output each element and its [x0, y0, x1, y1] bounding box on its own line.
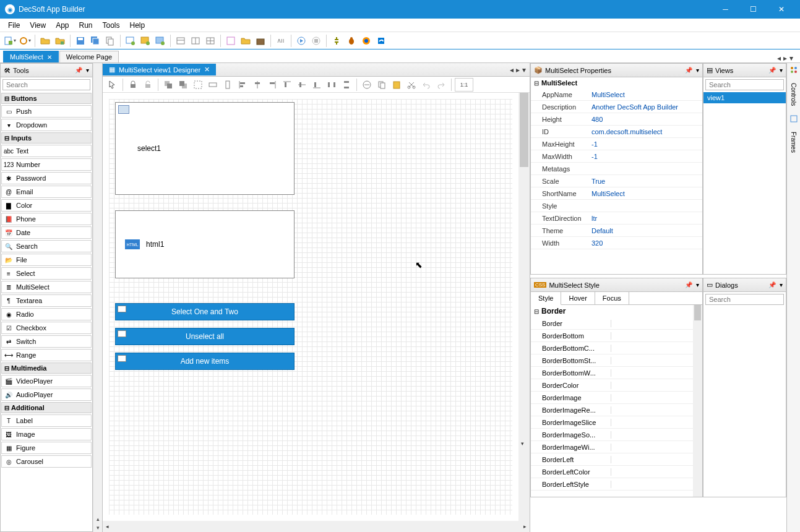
menu-tools[interactable]: Tools [98, 20, 125, 31]
align-top-icon[interactable] [280, 78, 294, 92]
prop-group-header[interactable]: MultiSelect [531, 77, 702, 88]
property-row[interactable]: MaxHeight-1 [531, 138, 702, 150]
tool-item-text[interactable]: abcText [1, 145, 92, 157]
property-value[interactable]: -1 [590, 153, 702, 160]
stop-button[interactable] [309, 34, 323, 48]
fit-h-icon[interactable] [206, 78, 220, 92]
align-front-icon[interactable] [161, 78, 175, 92]
canvas-scrollbar-h[interactable]: ◂▸ [103, 521, 530, 532]
design-canvas[interactable]: select1 HTML html1 Select One and Two Un… [109, 99, 512, 515]
style-row[interactable]: BorderLeftStyle [531, 478, 693, 491]
style-row[interactable]: BorderBottomC... [531, 342, 693, 354]
doc-tab-multiselect[interactable]: MultiSelect ✕ [3, 51, 59, 62]
panel-menu-icon[interactable]: ▾ [696, 281, 699, 288]
minimize-button[interactable]: ─ [712, 0, 739, 19]
dist-v-icon[interactable] [340, 78, 353, 92]
style-row[interactable]: BorderImageWi... [531, 441, 693, 453]
maximize-button[interactable]: ☐ [739, 0, 767, 19]
remove-icon[interactable] [360, 78, 374, 92]
bug-button[interactable] [345, 34, 358, 48]
run-button[interactable] [295, 34, 308, 48]
tools-scrollbar[interactable]: ▴ ▾ [93, 63, 102, 532]
style-row[interactable]: BorderImageRe... [531, 404, 693, 416]
property-row[interactable]: ScaleTrue [531, 175, 702, 187]
property-value[interactable]: Default [590, 227, 702, 234]
views-search-input[interactable] [705, 79, 784, 90]
tab-next-icon[interactable]: ▸ [783, 54, 787, 62]
menu-view[interactable]: View [25, 20, 51, 31]
style-row[interactable]: BorderLeft [531, 453, 693, 466]
panel-menu-icon[interactable]: ▾ [696, 67, 699, 74]
note-button[interactable] [224, 34, 238, 48]
property-value[interactable]: -1 [590, 140, 702, 148]
pin-icon[interactable]: 📌 [685, 67, 692, 74]
panel-menu-icon[interactable]: ▾ [86, 67, 89, 74]
align-back-icon[interactable] [176, 78, 190, 92]
tool-item-multiselect[interactable]: ≣MultiSelect [1, 281, 92, 293]
tab-next-icon[interactable]: ▸ [516, 66, 520, 74]
align-center-icon[interactable] [251, 78, 264, 92]
tool-item-radio[interactable]: ◉Radio [1, 308, 92, 320]
redo-icon[interactable] [434, 78, 448, 92]
folder3-button[interactable] [239, 34, 252, 48]
tool-item-figure[interactable]: ▦Figure [1, 442, 92, 454]
menu-help[interactable]: Help [125, 20, 150, 31]
tool-item-textarea[interactable]: ¶Textarea [1, 294, 92, 307]
save-button[interactable] [74, 34, 87, 48]
db3-button[interactable] [204, 34, 217, 48]
side-tab-frames[interactable]: Frames [789, 128, 798, 157]
designer-tab[interactable]: ▦ MultiSelect view1 Designer ✕ [103, 64, 216, 75]
db2-button[interactable] [189, 34, 202, 48]
tool-item-select[interactable]: ≡Select [1, 267, 92, 280]
pin-icon[interactable]: 📌 [685, 281, 692, 288]
style-row[interactable]: BorderImageSo... [531, 429, 693, 441]
tool-item-email[interactable]: @Email [1, 186, 92, 198]
property-value[interactable]: ltr [590, 215, 702, 222]
tool-item-color[interactable]: ▇Color [1, 199, 92, 212]
new-button[interactable] [3, 34, 17, 48]
pin-icon[interactable]: 📌 [768, 67, 776, 74]
firefox-button[interactable] [359, 34, 373, 48]
menu-run[interactable]: Run [74, 20, 98, 31]
property-value[interactable]: MultiSelect [590, 91, 702, 98]
panel-menu-icon[interactable]: ▾ [780, 281, 783, 288]
tool-item-file[interactable]: 📂File [1, 254, 92, 266]
property-row[interactable]: TextDirectionltr [531, 212, 702, 225]
tool-item-search[interactable]: 🔍Search [1, 240, 92, 252]
settings-button[interactable] [274, 34, 288, 48]
tool-item-range[interactable]: ⟷Range [1, 349, 92, 361]
property-row[interactable]: ThemeDefault [531, 225, 702, 237]
property-row[interactable]: AppNameMultiSelect [531, 88, 702, 101]
panel-menu-icon[interactable]: ▾ [780, 67, 783, 74]
size-icon[interactable]: 1:1 [455, 78, 473, 92]
edge-button[interactable] [374, 34, 388, 48]
tab-menu-icon[interactable]: ▾ [522, 66, 526, 74]
style-row[interactable]: BorderColor [531, 379, 693, 392]
align-left-icon[interactable] [236, 78, 249, 92]
tab-prev-icon[interactable]: ◂ [510, 66, 514, 74]
widget-select1[interactable]: select1 [115, 102, 295, 195]
tool-item-dropdown[interactable]: ▾Dropdown [1, 119, 92, 131]
lock-icon[interactable] [126, 78, 140, 92]
fit-v-icon[interactable] [221, 78, 234, 92]
tool-item-carousel[interactable]: ◎Carousel [1, 455, 92, 468]
tool-category[interactable]: Buttons [1, 93, 92, 104]
style-tab-style[interactable]: Style [531, 292, 561, 305]
menu-app[interactable]: App [51, 20, 74, 31]
paste-icon[interactable] [390, 78, 403, 92]
tool-category[interactable]: Inputs [1, 132, 92, 144]
style-row[interactable]: BorderImageSlice [531, 416, 693, 429]
property-value[interactable]: True [590, 178, 702, 185]
folder1-button[interactable] [38, 34, 52, 48]
widget-button-add[interactable]: Add new items [115, 353, 295, 370]
close-icon[interactable]: ✕ [204, 66, 210, 74]
unlock-icon[interactable] [141, 78, 155, 92]
menu-file[interactable]: File [3, 20, 25, 31]
style-row[interactable]: BorderBottomW... [531, 367, 693, 379]
pin-icon[interactable]: 📌 [75, 67, 82, 74]
doc-tab-welcome[interactable]: Welcome Page [59, 51, 119, 62]
style-tab-focus[interactable]: Focus [595, 292, 629, 304]
tools-search-input[interactable] [2, 79, 90, 90]
property-row[interactable]: Height480 [531, 113, 702, 126]
tool-item-switch[interactable]: ⇄Switch [1, 335, 92, 348]
